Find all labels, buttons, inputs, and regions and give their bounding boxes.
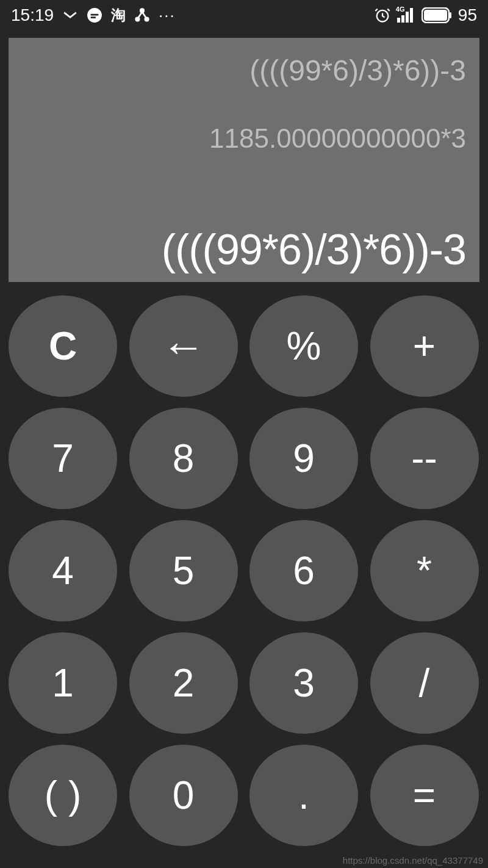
svg-rect-2 xyxy=(91,16,96,18)
digit-7-button[interactable]: 7 xyxy=(9,408,117,509)
digit-4-button[interactable]: 4 xyxy=(9,520,117,621)
equals-button[interactable]: = xyxy=(370,745,479,846)
status-right: 4G 95 xyxy=(374,5,477,25)
digit-3-button[interactable]: 3 xyxy=(249,632,358,734)
percent-button[interactable]: % xyxy=(249,295,358,397)
calculator-keypad: C ← % + 7 8 9 -- 4 5 6 * 1 2 3 / ( ) 0 .… xyxy=(9,295,479,846)
share-icon xyxy=(134,7,150,23)
svg-rect-7 xyxy=(397,18,400,23)
svg-rect-10 xyxy=(410,8,413,23)
current-expression: ((((99*6)/3)*6))-3 xyxy=(22,228,466,271)
status-left: 15:19 淘 ··· xyxy=(11,5,176,25)
minus-button[interactable]: -- xyxy=(370,408,479,509)
history-line-2: 1185.00000000000*3 xyxy=(22,124,466,153)
status-bar: 15:19 淘 ··· 4G 95 xyxy=(0,0,488,31)
digit-0-button[interactable]: 0 xyxy=(129,745,238,846)
digit-1-button[interactable]: 1 xyxy=(9,632,117,734)
digit-2-button[interactable]: 2 xyxy=(129,632,238,734)
status-time: 15:19 xyxy=(11,5,54,25)
svg-rect-1 xyxy=(91,14,99,16)
multiply-button[interactable]: * xyxy=(370,520,479,621)
svg-rect-12 xyxy=(424,10,447,21)
digit-6-button[interactable]: 6 xyxy=(249,520,358,621)
chat-icon xyxy=(87,7,102,23)
signal-icon: 4G xyxy=(397,8,415,23)
digit-8-button[interactable]: 8 xyxy=(129,408,238,509)
svg-point-3 xyxy=(140,9,143,12)
calculator-display: ((((99*6)/3)*6))-3 1185.00000000000*3 ((… xyxy=(9,38,479,282)
watermark: https://blog.csdn.net/qq_43377749 xyxy=(343,855,483,866)
clear-button[interactable]: C xyxy=(9,295,117,397)
backspace-button[interactable]: ← xyxy=(129,295,238,397)
missed-call-icon xyxy=(62,7,78,23)
digit-9-button[interactable]: 9 xyxy=(249,408,358,509)
svg-rect-13 xyxy=(450,12,451,18)
battery-level: 95 xyxy=(458,5,477,25)
parentheses-button[interactable]: ( ) xyxy=(9,745,117,846)
more-icon: ··· xyxy=(159,6,176,25)
plus-button[interactable]: + xyxy=(370,295,479,397)
divide-button[interactable]: / xyxy=(370,632,479,734)
tao-icon: 淘 xyxy=(111,5,126,25)
svg-rect-9 xyxy=(406,12,409,23)
history-line-1: ((((99*6)/3)*6))-3 xyxy=(22,55,466,87)
svg-rect-8 xyxy=(401,15,404,23)
battery-icon xyxy=(422,7,452,23)
decimal-button[interactable]: . xyxy=(249,745,358,846)
alarm-icon xyxy=(374,7,391,24)
digit-5-button[interactable]: 5 xyxy=(129,520,238,621)
